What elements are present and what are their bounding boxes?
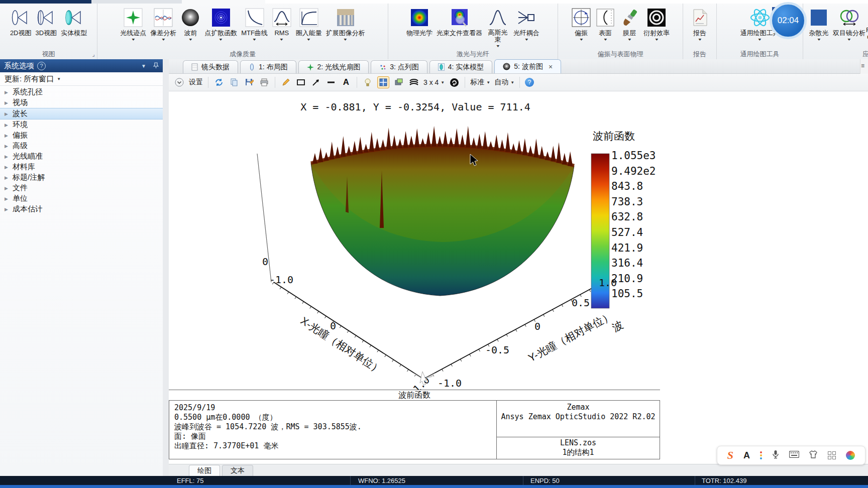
physical-optics-button[interactable]: 物理光学 [405, 5, 434, 38]
line-annotate-icon[interactable] [325, 77, 337, 88]
view-mode-tabs: 绘图 文本 [169, 464, 868, 476]
sidebar-item-wavelengths[interactable]: ▶波长 [0, 108, 163, 119]
sidebar-item-material-catalogs[interactable]: ▶材料库 [0, 162, 163, 172]
rotate-icon[interactable] [449, 77, 460, 88]
tab-spot-diagram[interactable]: 3: 点列图 [371, 60, 427, 73]
arrow-annotate-icon[interactable] [310, 77, 321, 88]
psf-button[interactable]: 点扩散函数 ▼ [203, 5, 239, 43]
sidebar-item-units[interactable]: ▶单位 [0, 193, 163, 204]
sidebar-item-fields[interactable]: ▶视场 [0, 97, 163, 108]
spreadsheet-icon [191, 63, 198, 71]
microphone-icon[interactable] [772, 450, 779, 461]
tab-ray-fan[interactable]: 2: 光线光扇图 [298, 60, 369, 73]
ime-dots-icon[interactable] [760, 451, 762, 459]
text-annotate-icon[interactable]: A [341, 77, 352, 88]
stray-light-icon [809, 6, 829, 29]
help-icon[interactable]: ? [525, 78, 534, 87]
gaussian-curve-icon [488, 6, 508, 29]
expand-arrow-icon[interactable]: ▶ [5, 144, 9, 149]
expand-arrow-icon[interactable]: ▶ [5, 133, 9, 138]
extended-image-button[interactable]: 扩展图像分析 ▼ [324, 5, 367, 43]
tab-wavefront-map[interactable]: 5: 波前图 × [494, 59, 561, 73]
auto-dropdown[interactable]: 自动▼ [494, 78, 514, 87]
skin-icon[interactable] [809, 450, 818, 460]
sidebar-item-polarization[interactable]: ▶偏振 [0, 130, 163, 141]
toolbox-grid-icon[interactable] [828, 451, 836, 459]
ray-aiming-button[interactable]: 光线迹点 ▼ [119, 5, 148, 43]
expand-arrow-icon[interactable]: ▶ [5, 90, 9, 95]
refresh-icon[interactable] [213, 77, 225, 88]
coatings-button[interactable]: 膜层 ▼ [618, 5, 641, 43]
close-tab-icon[interactable]: × [549, 63, 553, 71]
surface-sag-icon [595, 6, 615, 29]
save-icon[interactable] [244, 77, 255, 88]
tab-text[interactable]: 文本 [222, 465, 253, 476]
polarization-button[interactable]: 偏振 ▼ [570, 5, 593, 43]
keyboard-icon[interactable] [789, 451, 799, 460]
aberration-analysis-button[interactable]: 像差分析 ▼ [149, 5, 178, 43]
reports-button[interactable]: 报告 ▼ [688, 5, 711, 43]
window-list-icon[interactable]: ≡ [861, 62, 864, 69]
toolbar-separator [208, 77, 208, 88]
sidebar-item-system-aperture[interactable]: ▶系统孔径 [0, 87, 163, 97]
quad-view-icon[interactable] [377, 76, 389, 88]
ime-wheel-icon[interactable] [846, 451, 855, 460]
expand-arrow-icon[interactable]: ▶ [5, 186, 9, 191]
help-icon[interactable]: ? [37, 62, 46, 70]
settings-chevron-icon[interactable] [174, 77, 185, 88]
rms-button[interactable]: RMS ▼ [270, 5, 293, 43]
expand-arrow-icon[interactable]: ▶ [5, 165, 9, 170]
sidebar-item-cost-estimator[interactable]: ▶成本估计 [0, 204, 163, 214]
solid-model-button[interactable]: 实体模型 [59, 5, 88, 38]
surface-button[interactable]: 表面 ▼ [594, 5, 617, 43]
collapse-panel-icon[interactable]: ▼ [141, 63, 146, 69]
wavefront-button[interactable]: 波前 ▼ [179, 5, 202, 43]
tab-lens-data[interactable]: 镜头数据 [183, 60, 238, 73]
sidebar-item-environment[interactable]: ▶环境 [0, 119, 163, 130]
settings-button[interactable]: 设置 [189, 78, 203, 87]
diffraction-efficiency-button[interactable]: 衍射效率 ▼ [642, 5, 671, 43]
wavefront-3d-plot[interactable]: X = -0.881, Y = -0.3254, Value = 711.4 0… [169, 91, 660, 390]
expand-arrow-icon[interactable]: ▶ [5, 207, 9, 212]
lamp-icon[interactable] [362, 77, 373, 88]
sidebar-item-ray-aiming[interactable]: ▶光线瞄准 [0, 151, 163, 162]
sidebar-item-title-notes[interactable]: ▶标题/注解 [0, 172, 163, 183]
sidebar-item-files[interactable]: ▶文件 [0, 183, 163, 193]
expand-arrow-icon[interactable]: ▶ [5, 123, 9, 128]
encircled-energy-button[interactable]: 圈入能量 ▼ [294, 5, 323, 43]
svg-text:421.9: 421.9 [611, 242, 643, 254]
expand-arrow-icon[interactable]: ▶ [5, 154, 9, 159]
pencil-annotate-icon[interactable] [280, 77, 291, 88]
standard-dropdown[interactable]: 标准▼ [470, 78, 490, 87]
beam-file-viewer-button[interactable]: 光束文件查看器 [435, 5, 484, 38]
print-icon[interactable] [259, 77, 270, 88]
copy-icon[interactable] [229, 77, 240, 88]
binocular-analysis-button[interactable]: 双目镜分析 ▼ [831, 5, 867, 43]
rectangle-annotate-icon[interactable] [295, 77, 306, 88]
fiber-coupling-button[interactable]: 光纤耦合 ▼ [512, 5, 541, 43]
sidebar-item-advanced[interactable]: ▶高级 [0, 141, 163, 151]
surface-curves-icon[interactable] [408, 77, 419, 88]
tab-layout[interactable]: 1: 布局图 [240, 60, 296, 73]
overlay-window-icon[interactable] [393, 77, 404, 88]
expand-arrow-icon[interactable]: ▶ [5, 111, 9, 116]
2d-view-button[interactable]: 2D视图 [9, 5, 33, 38]
tab-graph[interactable]: 绘图 [189, 465, 220, 476]
mtf-button[interactable]: MTF曲线 ▼ [240, 5, 269, 43]
expand-arrow-icon[interactable]: ▶ [5, 175, 9, 180]
pin-icon[interactable] [153, 62, 159, 70]
3d-view-button[interactable]: 3D视图 [34, 5, 59, 38]
chevron-down-icon: ▼ [510, 80, 514, 85]
grid-size-dropdown[interactable]: 3 x 4▼ [423, 78, 445, 86]
dialog-launcher-icon[interactable]: ⌟ [92, 51, 95, 58]
report-document-icon [690, 6, 710, 29]
ime-language-icon[interactable]: A [743, 450, 750, 461]
stray-light-button[interactable]: 杂散光 ▼ [807, 5, 830, 43]
gaussian-beam-button[interactable]: 高斯光束 ▼ [485, 5, 511, 49]
toolbar-separator [465, 77, 465, 88]
sogou-logo-icon[interactable]: S [727, 449, 733, 462]
update-dropdown[interactable]: 更新: 所有窗口▼ [0, 72, 163, 86]
expand-arrow-icon[interactable]: ▶ [5, 100, 9, 105]
expand-arrow-icon[interactable]: ▶ [5, 196, 9, 201]
tab-shaded-model[interactable]: 4: 实体模型 [429, 60, 493, 73]
